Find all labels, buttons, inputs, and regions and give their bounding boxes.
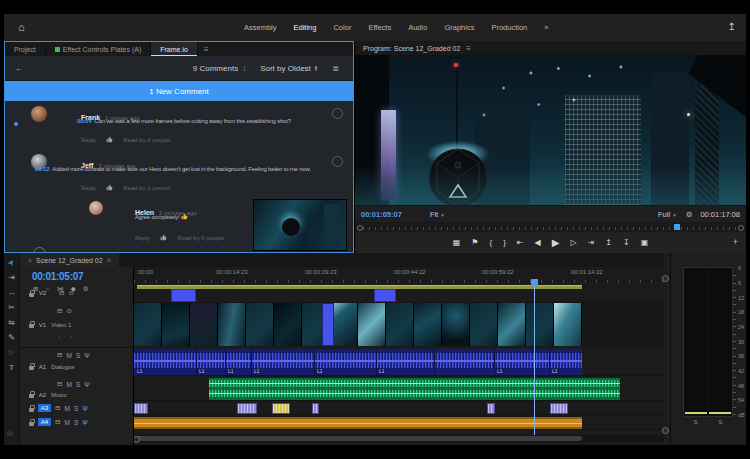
toggle-track-output-icon[interactable]: ⊙	[68, 289, 73, 297]
lift-icon[interactable]: ↥	[605, 238, 612, 247]
step-forward-icon[interactable]: ▷	[570, 238, 576, 247]
program-playhead[interactable]	[674, 224, 680, 230]
video-clip-v2[interactable]	[171, 289, 196, 302]
track-lane-a2[interactable]	[134, 377, 664, 401]
track-header-v1-icons[interactable]: ⊟ ⊙	[20, 307, 134, 315]
sfx-clip[interactable]	[550, 403, 568, 414]
voiceover-record-icon[interactable]: Ψ	[82, 419, 87, 426]
mark-in-icon[interactable]: {	[490, 238, 493, 247]
track-nav-arrows[interactable]: ‹◦›	[58, 333, 76, 339]
workspace-overflow-icon[interactable]: »	[544, 23, 548, 32]
mute-button[interactable]: M	[64, 405, 69, 412]
workspace-tab-color[interactable]: Color	[333, 23, 351, 32]
timeline-timecode[interactable]: 00:01:05:07	[20, 267, 133, 282]
video-clip-v2[interactable]	[374, 289, 396, 302]
dialogue-audio-clip[interactable]: L1 L1 L1 L1 L1 L1 L1 L1	[134, 349, 582, 375]
voiceover-record-icon[interactable]: Ψ	[82, 405, 87, 412]
track-target-icon[interactable]: ⊟	[55, 418, 60, 426]
scroll-handle[interactable]	[662, 427, 669, 434]
track-header-v1[interactable]: V1 Video 1	[20, 321, 134, 328]
add-marker-icon[interactable]: ⚑	[471, 238, 478, 247]
track-lane-a1[interactable]: L1 L1 L1 L1 L1 L1 L1 L1	[134, 348, 664, 376]
track-header-a2-icons[interactable]: ⊟ M S Ψ	[20, 380, 134, 388]
settings-wrench-icon[interactable]: ⚙	[686, 210, 693, 219]
horizontal-scroll-thumb[interactable]	[134, 436, 582, 441]
track-header-a2[interactable]: A2 Music	[20, 391, 134, 398]
solo-right-button[interactable]: S	[718, 419, 722, 425]
mute-button[interactable]: M	[66, 352, 71, 359]
track-header-v2[interactable]: V2 ⊟ ⊙	[20, 289, 134, 297]
lock-icon[interactable]	[29, 394, 34, 398]
program-current-timecode[interactable]: 00:01:05:07	[361, 210, 402, 219]
home-icon[interactable]: ⌂	[18, 21, 25, 33]
razor-tool[interactable]: ✂	[8, 303, 15, 312]
lock-icon[interactable]	[29, 366, 34, 370]
complete-circle[interactable]	[332, 108, 343, 119]
lock-icon[interactable]	[29, 324, 34, 328]
workspace-tab-graphics[interactable]: Graphics	[444, 23, 474, 32]
like-icon[interactable]	[160, 234, 167, 241]
lock-icon[interactable]	[29, 293, 34, 297]
download-comments-icon[interactable]: ↓	[242, 64, 246, 73]
like-icon[interactable]	[106, 184, 113, 191]
mute-button[interactable]: M	[66, 381, 71, 388]
track-target-icon[interactable]: ⊟	[57, 380, 62, 388]
sort-dropdown[interactable]: Sort by Oldest	[260, 64, 311, 73]
track-target-icon[interactable]: ⊟	[55, 404, 60, 412]
reply-button[interactable]: Reply	[135, 235, 150, 241]
scroll-handle[interactable]	[134, 436, 140, 443]
blue-video-clip[interactable]	[322, 303, 334, 346]
horizontal-scrollbar[interactable]	[134, 435, 664, 442]
panel-menu-icon[interactable]: ≡	[462, 44, 475, 53]
selection-tool[interactable]: ➤	[8, 258, 15, 267]
music-audio-clip[interactable]	[209, 378, 620, 400]
track-target-icon[interactable]: ⊟	[57, 351, 62, 359]
track-badge-a2[interactable]: A2	[38, 392, 47, 398]
lock-icon[interactable]	[29, 408, 34, 412]
track-header-a1[interactable]: A1 Dialogue	[20, 363, 134, 370]
play-button[interactable]: ▶	[552, 237, 560, 248]
mark-out-icon[interactable]: }	[503, 238, 506, 247]
workspace-tab-effects[interactable]: Effects	[368, 23, 391, 32]
panel-menu-icon[interactable]: ≡	[200, 42, 213, 56]
track-badge-a1[interactable]: A1	[38, 364, 47, 370]
panel-menu-icon[interactable]: ≡	[107, 257, 111, 264]
comment-helen[interactable]: Helen2 minutes ago Agree completely! Rep…	[5, 197, 353, 251]
source-patch-a4[interactable]: A4	[38, 418, 51, 426]
tab-effect-controls[interactable]: Effect Controls Plates (A)	[46, 42, 151, 56]
vertical-scrollbar[interactable]	[662, 267, 670, 445]
step-back-icon[interactable]: ◀	[535, 238, 541, 247]
workspace-tab-production[interactable]: Production	[491, 23, 527, 32]
track-lane-a3[interactable]	[134, 402, 664, 415]
track-badge-v2[interactable]: V2	[38, 290, 47, 296]
solo-button[interactable]: S	[76, 381, 80, 388]
sfx-clip[interactable]	[487, 403, 495, 414]
track-lane-v2[interactable]	[134, 288, 664, 303]
extract-icon[interactable]: ↧	[623, 238, 630, 247]
video-clip-filmstrip[interactable]	[134, 303, 582, 346]
timeline-playhead-marker[interactable]	[531, 279, 538, 286]
back-icon[interactable]: ←	[15, 64, 23, 73]
sfx-clip[interactable]	[134, 403, 148, 414]
like-icon[interactable]	[106, 136, 113, 143]
comment-jeff[interactable]: Jeff3 minutes ago 00:12Added more contra…	[5, 149, 353, 197]
voiceover-record-icon[interactable]: Ψ	[84, 352, 89, 359]
comment-frank[interactable]: Frank1 minute ago 00:04Can we wait a few…	[5, 101, 353, 149]
solo-button[interactable]: S	[74, 405, 78, 412]
comparison-view-icon[interactable]: ▦	[453, 238, 461, 247]
pen-tool[interactable]: ✎	[8, 333, 15, 342]
go-to-in-icon[interactable]: ⇤	[517, 238, 524, 247]
sfx-clip[interactable]	[237, 403, 257, 414]
solo-button[interactable]: S	[76, 352, 80, 359]
mute-button[interactable]: M	[64, 419, 69, 426]
track-badge-v1[interactable]: V1	[38, 322, 47, 328]
workspace-tab-assembly[interactable]: Assembly	[244, 23, 277, 32]
slip-tool[interactable]: ⇋	[8, 318, 15, 327]
toggle-track-output-icon[interactable]: ⊙	[66, 307, 71, 315]
track-header-a3[interactable]: A3 ⊟ M S Ψ	[20, 404, 134, 412]
comment-timecode[interactable]: 00:12	[35, 166, 49, 172]
source-patch-a3[interactable]: A3	[38, 404, 51, 412]
comment-attachment-thumbnail[interactable]	[253, 199, 347, 251]
share-export-icon[interactable]: ↥	[728, 21, 736, 32]
track-lane-v1[interactable]	[134, 303, 664, 346]
